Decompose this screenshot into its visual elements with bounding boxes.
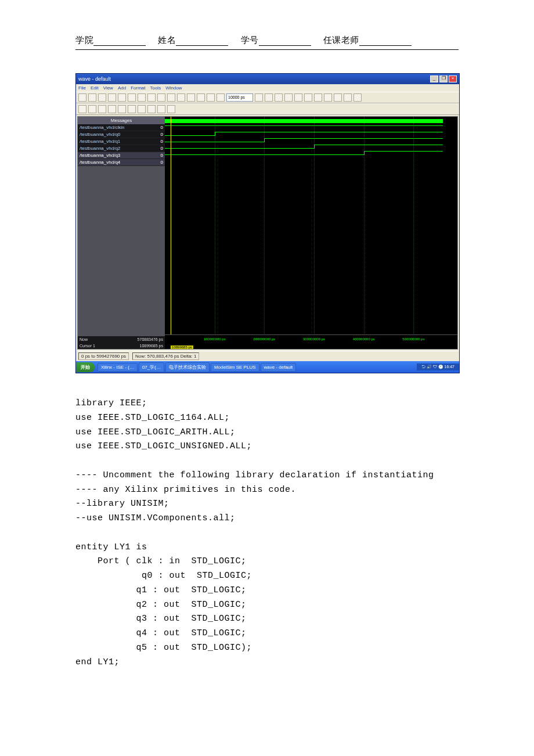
toolbar-button[interactable] bbox=[157, 105, 165, 113]
windows-taskbar: 开始 Xilinx - ISE - (… 07_学(… 电子技术综合实验 Mod… bbox=[76, 361, 459, 373]
status-range: 0 ps to 599427690 ps bbox=[78, 352, 129, 360]
signal-row[interactable]: /testbuanna_vhd/q20 bbox=[78, 145, 165, 152]
toolbar-button[interactable] bbox=[314, 93, 322, 102]
toolbar-2 bbox=[76, 103, 459, 115]
toolbar-button[interactable] bbox=[147, 93, 156, 102]
college-label: 学院 bbox=[75, 35, 93, 45]
toolbar-button[interactable] bbox=[284, 93, 293, 102]
menu-item[interactable]: Window bbox=[165, 85, 182, 91]
close-button[interactable]: × bbox=[449, 75, 457, 82]
toolbar-button[interactable] bbox=[167, 105, 175, 113]
wave-cursor[interactable] bbox=[171, 117, 171, 335]
wave-canvas[interactable]: 10899685 ps 100000000 ps 200000000 ps 30… bbox=[165, 117, 457, 349]
zoom-cursor-icon[interactable] bbox=[138, 105, 146, 113]
menu-item[interactable]: Format bbox=[131, 85, 145, 91]
wave-trace-q2 bbox=[165, 137, 457, 143]
signal-row[interactable]: /testbuanna_vhd/q00 bbox=[78, 131, 165, 138]
toolbar-button[interactable] bbox=[167, 93, 175, 102]
wave-ruler: 100000000 ps 200000000 ps 300000000 ps 4… bbox=[165, 334, 457, 341]
toolbar-button[interactable] bbox=[324, 93, 332, 102]
name-label: 姓名 bbox=[158, 35, 176, 45]
toolbar-button[interactable] bbox=[98, 105, 106, 113]
wave-cursor-value: 10899685 ps bbox=[171, 345, 193, 349]
system-tray[interactable]: ⮌ 🔊 🛡 🕙 16:47 bbox=[417, 363, 459, 370]
code-line: q0 : out STD_LOGIC; bbox=[75, 571, 252, 581]
toolbar-button[interactable] bbox=[98, 93, 106, 102]
toolbar-button[interactable] bbox=[138, 93, 146, 102]
status-now: Now: 570,883,476 ps Delta: 1 bbox=[132, 352, 199, 360]
menu-bar: File Edit View Add Format Tools Window bbox=[76, 84, 459, 92]
toolbar-button[interactable] bbox=[78, 93, 86, 102]
signal-row[interactable]: /testbuanna_vhd/q30 bbox=[78, 152, 165, 159]
teacher-label: 任课老师 bbox=[323, 35, 359, 45]
taskbar-item[interactable]: Xilinx - ISE - (… bbox=[98, 363, 138, 372]
toolbar-button[interactable] bbox=[197, 93, 205, 102]
menu-item[interactable]: View bbox=[103, 85, 113, 91]
toolbar-button[interactable] bbox=[118, 93, 126, 102]
toolbar-button[interactable] bbox=[217, 93, 225, 102]
signal-panel-cursor: Cursor 1 10899685 ps bbox=[78, 343, 165, 349]
minimize-button[interactable]: _ bbox=[430, 75, 438, 82]
toolbar-button[interactable] bbox=[88, 105, 96, 113]
wave-trace-q3 bbox=[165, 143, 457, 149]
taskbar-item[interactable]: 电子技术综合实验 bbox=[165, 362, 210, 372]
code-line: q2 : out STD_LOGIC; bbox=[75, 600, 247, 610]
toolbar-button[interactable] bbox=[255, 93, 263, 102]
code-line: q3 : out STD_LOGIC; bbox=[75, 614, 247, 624]
toolbar-button[interactable] bbox=[157, 93, 165, 102]
signal-panel: Messages /testbuanna_vhd/clkin0 /testbua… bbox=[78, 117, 165, 349]
toolbar-1: 10000 ps bbox=[76, 92, 459, 103]
window-title: wave - default bbox=[78, 76, 111, 82]
toolbar-button[interactable] bbox=[294, 93, 302, 102]
code-line: q5 : out STD_LOGIC); bbox=[75, 643, 252, 653]
code-line: use IEEE.STD_LOGIC_ARITH.ALL; bbox=[75, 427, 236, 437]
signal-panel-now: Now 570883476 ps bbox=[78, 336, 165, 343]
maximize-button[interactable]: ❐ bbox=[439, 75, 448, 82]
toolbar-button[interactable] bbox=[275, 93, 283, 102]
code-line: --library UNISIM; bbox=[75, 499, 169, 509]
code-line: q4 : out STD_LOGIC; bbox=[75, 628, 247, 638]
menu-item[interactable]: Tools bbox=[150, 85, 161, 91]
cursor-tool-icon[interactable] bbox=[78, 105, 86, 113]
toolbar-button[interactable] bbox=[344, 93, 352, 102]
code-line: ---- any Xilinx primitives in this code. bbox=[75, 485, 296, 495]
taskbar-item[interactable]: 07_学(… bbox=[139, 362, 164, 372]
signal-row[interactable]: /testbuanna_vhd/clkin0 bbox=[78, 124, 165, 131]
status-bar: 0 ps to 599427690 ps Now: 570,883,476 ps… bbox=[76, 351, 459, 361]
signal-row[interactable]: /testbuanna_vhd/q10 bbox=[78, 138, 165, 145]
code-line: end LY1; bbox=[75, 657, 120, 667]
signal-panel-header: Messages bbox=[78, 117, 165, 124]
wave-trace-q4 bbox=[165, 150, 457, 156]
taskbar-item[interactable]: wave - default bbox=[261, 363, 297, 372]
time-input[interactable]: 10000 ps bbox=[226, 93, 253, 102]
toolbar-button[interactable] bbox=[304, 93, 312, 102]
toolbar-button[interactable] bbox=[147, 105, 156, 113]
toolbar-button[interactable] bbox=[177, 93, 185, 102]
start-button[interactable]: 开始 bbox=[76, 362, 95, 372]
wave-trace-clkin bbox=[165, 118, 457, 124]
vhdl-code: library IEEE; use IEEE.STD_LOGIC_1164.AL… bbox=[75, 397, 459, 669]
code-line: ---- Uncomment the following library dec… bbox=[75, 470, 434, 480]
menu-item[interactable]: Edit bbox=[91, 85, 99, 91]
taskbar-item[interactable]: ModelSim SE PLUS bbox=[211, 363, 259, 372]
code-line: use IEEE.STD_LOGIC_1164.ALL; bbox=[75, 413, 230, 423]
toolbar-button[interactable] bbox=[334, 93, 342, 102]
wave-trace-q1 bbox=[165, 131, 457, 136]
menu-item[interactable]: File bbox=[78, 85, 86, 91]
signal-row[interactable]: /testbuanna_vhd/q40 bbox=[78, 159, 165, 166]
toolbar-button[interactable] bbox=[187, 93, 195, 102]
toolbar-button[interactable] bbox=[108, 93, 116, 102]
toolbar-button[interactable] bbox=[207, 93, 215, 102]
code-line: use IEEE.STD_LOGIC_UNSIGNED.ALL; bbox=[75, 441, 252, 451]
toolbar-button[interactable] bbox=[353, 93, 362, 102]
header-rule bbox=[75, 49, 459, 50]
code-line: Port ( clk : in STD_LOGIC; bbox=[75, 556, 247, 566]
code-line: --use UNISIM.VComponents.all; bbox=[75, 513, 236, 523]
zoom-full-icon[interactable] bbox=[128, 105, 136, 113]
zoom-in-icon[interactable] bbox=[108, 105, 116, 113]
toolbar-button[interactable] bbox=[128, 93, 136, 102]
toolbar-button[interactable] bbox=[88, 93, 96, 102]
menu-item[interactable]: Add bbox=[118, 85, 126, 91]
zoom-out-icon[interactable] bbox=[118, 105, 126, 113]
toolbar-button[interactable] bbox=[265, 93, 273, 102]
